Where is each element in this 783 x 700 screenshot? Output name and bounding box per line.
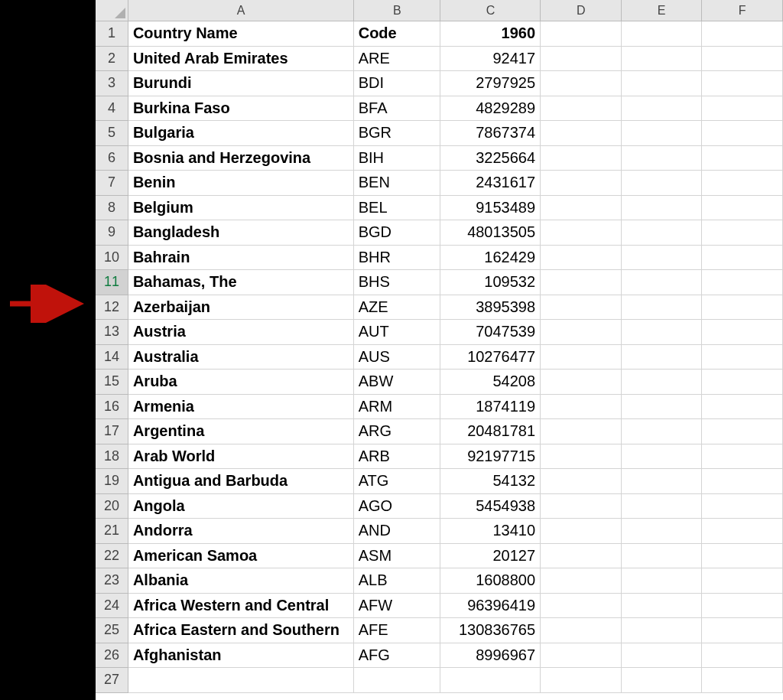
row-header[interactable]: 24: [96, 594, 128, 619]
cell-empty[interactable]: [622, 370, 703, 395]
cell-country-name[interactable]: Belgium: [128, 196, 354, 221]
row-header[interactable]: 23: [96, 568, 128, 594]
cell-value[interactable]: 96396419: [440, 594, 541, 619]
cell-empty[interactable]: [541, 146, 622, 171]
cell-code[interactable]: ATG: [354, 469, 440, 494]
row-header[interactable]: 1: [96, 21, 128, 47]
row-header[interactable]: 15: [96, 370, 128, 395]
cell-empty[interactable]: [541, 196, 622, 221]
cell-code[interactable]: AZE: [354, 295, 440, 321]
cell-empty[interactable]: [622, 320, 703, 345]
cell-value[interactable]: 92197715: [440, 444, 541, 470]
cell-empty[interactable]: [702, 47, 783, 72]
cell-empty[interactable]: [622, 469, 703, 494]
cell-value[interactable]: 109532: [440, 270, 541, 295]
cell-value[interactable]: 162429: [440, 246, 541, 271]
header-code[interactable]: Code: [354, 21, 440, 47]
cell-empty[interactable]: [541, 220, 622, 246]
cell-value[interactable]: 54208: [440, 370, 541, 395]
cell-code[interactable]: BFA: [354, 96, 440, 122]
cell-country-name[interactable]: United Arab Emirates: [128, 47, 354, 72]
cell-empty[interactable]: [622, 121, 703, 146]
cell-country-name[interactable]: Austria: [128, 320, 354, 345]
col-header-E[interactable]: E: [622, 0, 703, 21]
cell-empty[interactable]: [541, 47, 622, 72]
cell-empty[interactable]: [702, 345, 783, 370]
cell-value[interactable]: 20127: [440, 544, 541, 569]
cell-country-name[interactable]: Bahrain: [128, 246, 354, 271]
cell-empty[interactable]: [541, 270, 622, 295]
row-header[interactable]: 4: [96, 96, 128, 122]
cell-empty[interactable]: [541, 668, 622, 693]
col-header-B[interactable]: B: [354, 0, 440, 21]
cell-country-name[interactable]: Argentina: [128, 419, 354, 444]
cell-value[interactable]: 10276477: [440, 345, 541, 370]
row-header[interactable]: 16: [96, 395, 128, 420]
cell-empty[interactable]: [541, 121, 622, 146]
cell-value[interactable]: 2797925: [440, 71, 541, 96]
cell-empty[interactable]: [622, 618, 703, 643]
cell-empty[interactable]: [702, 171, 783, 196]
cell-empty[interactable]: [541, 544, 622, 569]
cell-value[interactable]: 3225664: [440, 146, 541, 171]
cell-empty[interactable]: [702, 146, 783, 171]
cell-empty[interactable]: [702, 618, 783, 643]
cell-empty[interactable]: [622, 395, 703, 420]
row-header[interactable]: 17: [96, 419, 128, 444]
cell-country-name[interactable]: Africa Eastern and Southern: [128, 618, 354, 643]
cell-value[interactable]: 1874119: [440, 395, 541, 420]
cell-code[interactable]: ARE: [354, 47, 440, 72]
cell-empty[interactable]: [622, 196, 703, 221]
cell-country-name[interactable]: Afghanistan: [128, 643, 354, 669]
cell-empty[interactable]: [622, 519, 703, 544]
col-header-F[interactable]: F: [702, 0, 783, 21]
cell-value[interactable]: 54132: [440, 469, 541, 494]
row-header[interactable]: 2: [96, 47, 128, 72]
cell-empty[interactable]: [702, 594, 783, 619]
row-header[interactable]: 21: [96, 519, 128, 544]
cell-empty[interactable]: [622, 270, 703, 295]
cell-country-name[interactable]: Australia: [128, 345, 354, 370]
row-header[interactable]: 26: [96, 643, 128, 669]
cell-empty[interactable]: [622, 419, 703, 444]
cell-empty[interactable]: [541, 370, 622, 395]
row-header[interactable]: 9: [96, 220, 128, 246]
cell-code[interactable]: ASM: [354, 544, 440, 569]
row-header[interactable]: 20: [96, 494, 128, 519]
cell-empty[interactable]: [702, 196, 783, 221]
cell-country-name[interactable]: Benin: [128, 171, 354, 196]
cell-empty[interactable]: [541, 469, 622, 494]
row-header[interactable]: 25: [96, 618, 128, 643]
cell-value[interactable]: 130836765: [440, 618, 541, 643]
cell-value[interactable]: 4829289: [440, 96, 541, 122]
cell-empty[interactable]: [541, 21, 622, 47]
cell-empty[interactable]: [622, 643, 703, 669]
cell-empty[interactable]: [622, 568, 703, 594]
cell-code[interactable]: BEN: [354, 171, 440, 196]
cell-empty[interactable]: [622, 345, 703, 370]
row-header[interactable]: 8: [96, 196, 128, 221]
cell-code[interactable]: BHS: [354, 270, 440, 295]
cell-empty[interactable]: [622, 444, 703, 470]
cell-code[interactable]: AGO: [354, 494, 440, 519]
cell-code[interactable]: ARB: [354, 444, 440, 470]
cell-code[interactable]: BHR: [354, 246, 440, 271]
cell-empty[interactable]: [702, 568, 783, 594]
cell-empty[interactable]: [702, 270, 783, 295]
cell-empty[interactable]: [702, 21, 783, 47]
cell-empty[interactable]: [702, 96, 783, 122]
cell-code[interactable]: ALB: [354, 568, 440, 594]
cell-value[interactable]: 20481781: [440, 419, 541, 444]
cell-empty[interactable]: [622, 96, 703, 122]
cell-empty[interactable]: [622, 220, 703, 246]
cell-country-name[interactable]: Armenia: [128, 395, 354, 420]
row-header[interactable]: 12: [96, 295, 128, 321]
cell-code[interactable]: BIH: [354, 146, 440, 171]
cell-empty[interactable]: [541, 494, 622, 519]
cell-empty[interactable]: [541, 568, 622, 594]
cell-country-name[interactable]: Burkina Faso: [128, 96, 354, 122]
cell-code[interactable]: AND: [354, 519, 440, 544]
cell-code[interactable]: BDI: [354, 71, 440, 96]
cell-country-name[interactable]: Angola: [128, 494, 354, 519]
cell-code[interactable]: ARG: [354, 419, 440, 444]
